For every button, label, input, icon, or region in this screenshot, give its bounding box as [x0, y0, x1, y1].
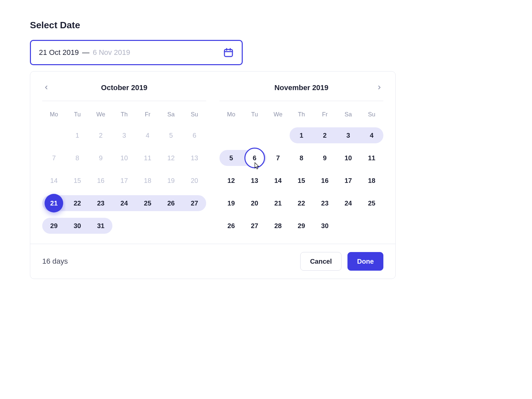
prev-month-button[interactable] — [42, 83, 50, 91]
day-cell[interactable]: 30 — [66, 216, 89, 235]
day-cell[interactable]: 19 — [159, 171, 183, 190]
day-number: 3 — [346, 132, 350, 139]
day-cell[interactable]: 27 — [183, 194, 206, 212]
day-cell[interactable]: 21 — [266, 194, 290, 212]
day-cell[interactable]: 9 — [313, 149, 336, 167]
day-cell[interactable]: 19 — [219, 194, 243, 212]
day-cell[interactable]: 20 — [183, 171, 206, 190]
day-cell[interactable]: 1 — [290, 126, 313, 145]
day-number: 19 — [167, 177, 175, 185]
day-number: 20 — [191, 177, 198, 185]
day-cell[interactable]: 5 — [159, 126, 183, 145]
day-number: 27 — [251, 222, 258, 230]
day-cell[interactable]: 1 — [66, 126, 89, 145]
day-cell[interactable]: 17 — [112, 171, 136, 190]
day-number: 7 — [276, 154, 280, 162]
day-cell[interactable]: 26 — [159, 194, 183, 212]
day-cell[interactable]: 24 — [336, 194, 360, 212]
day-cell[interactable]: 3 — [336, 126, 360, 145]
day-cell[interactable]: 15 — [290, 171, 313, 190]
day-cell[interactable]: 28 — [266, 216, 290, 235]
done-button[interactable]: Done — [347, 252, 383, 271]
day-cell[interactable]: 2 — [313, 126, 336, 145]
day-number: 24 — [120, 200, 128, 207]
weekday-label: We — [89, 111, 112, 118]
day-number: 8 — [300, 154, 303, 162]
day-cell[interactable]: 24 — [112, 194, 136, 212]
day-number: 18 — [368, 177, 375, 185]
day-number: 30 — [321, 222, 329, 230]
day-cell[interactable]: 16 — [313, 171, 336, 190]
day-number: 28 — [274, 222, 282, 230]
weekday-label: Fr — [136, 111, 159, 118]
day-cell[interactable]: 13 — [243, 171, 266, 190]
day-cell[interactable]: 8 — [66, 149, 89, 167]
day-cell[interactable]: 23 — [313, 194, 336, 212]
day-cell[interactable]: 4 — [136, 126, 159, 145]
day-number: 30 — [74, 222, 81, 230]
day-cell[interactable]: 10 — [336, 149, 360, 167]
day-number: 29 — [50, 222, 58, 230]
next-month-button[interactable] — [375, 83, 383, 91]
month-title-right: November 2019 — [274, 83, 329, 92]
date-range-input[interactable]: 21 Oct 2019 — 6 Nov 2019 — [30, 40, 243, 65]
day-empty — [243, 126, 266, 145]
day-cell[interactable]: 26 — [219, 216, 243, 235]
day-cell[interactable]: 4 — [360, 126, 383, 145]
day-number: 3 — [122, 132, 126, 139]
day-cell[interactable]: 13 — [183, 149, 206, 167]
day-cell[interactable]: 8 — [290, 149, 313, 167]
day-number: 6 — [253, 154, 256, 162]
day-cell[interactable]: 14 — [42, 171, 66, 190]
day-number: 14 — [274, 177, 282, 185]
day-cell[interactable]: 29 — [42, 216, 66, 235]
day-number: 19 — [227, 200, 235, 207]
day-cell[interactable]: 20 — [243, 194, 266, 212]
range-dash: — — [82, 48, 89, 57]
day-number: 25 — [144, 200, 151, 207]
day-cell[interactable]: 22 — [290, 194, 313, 212]
day-cell[interactable]: 29 — [290, 216, 313, 235]
day-cell[interactable]: 3 — [112, 126, 136, 145]
day-cell[interactable]: 21 — [42, 194, 66, 212]
day-cell[interactable]: 14 — [266, 171, 290, 190]
day-cell[interactable]: 10 — [112, 149, 136, 167]
weekday-label: Sa — [159, 111, 183, 118]
day-cell[interactable]: 6 — [243, 149, 266, 167]
day-cell[interactable]: 7 — [42, 149, 66, 167]
day-number: 5 — [169, 132, 173, 139]
days-count: 16 days — [42, 257, 68, 266]
day-cell[interactable]: 17 — [336, 171, 360, 190]
day-number: 5 — [229, 154, 233, 162]
day-cell[interactable]: 18 — [360, 171, 383, 190]
day-cell[interactable]: 18 — [136, 171, 159, 190]
day-cell[interactable]: 7 — [266, 149, 290, 167]
day-cell[interactable]: 6 — [183, 126, 206, 145]
day-cell[interactable]: 23 — [89, 194, 112, 212]
day-cell[interactable]: 31 — [89, 216, 112, 235]
day-cell[interactable]: 27 — [243, 216, 266, 235]
day-cell[interactable]: 11 — [360, 149, 383, 167]
day-number: 22 — [74, 200, 81, 207]
cancel-button[interactable]: Cancel — [300, 252, 341, 271]
weekday-label: Tu — [66, 111, 89, 118]
day-cell[interactable]: 12 — [219, 171, 243, 190]
day-cell[interactable]: 22 — [66, 194, 89, 212]
range-start-text: 21 Oct 2019 — [39, 48, 79, 57]
day-number: 10 — [344, 154, 352, 162]
day-cell[interactable]: 11 — [136, 149, 159, 167]
day-cell[interactable]: 5 — [219, 149, 243, 167]
weekday-label: Mo — [219, 111, 243, 118]
day-cell[interactable]: 25 — [136, 194, 159, 212]
day-number: 8 — [75, 154, 79, 162]
day-number: 21 — [274, 200, 282, 207]
day-number: 31 — [97, 222, 104, 230]
day-cell[interactable]: 30 — [313, 216, 336, 235]
day-cell[interactable]: 25 — [360, 194, 383, 212]
day-cell[interactable]: 15 — [66, 171, 89, 190]
day-cell[interactable]: 12 — [159, 149, 183, 167]
day-number: 2 — [99, 132, 103, 139]
day-cell[interactable]: 16 — [89, 171, 112, 190]
day-cell[interactable]: 9 — [89, 149, 112, 167]
day-cell[interactable]: 2 — [89, 126, 112, 145]
